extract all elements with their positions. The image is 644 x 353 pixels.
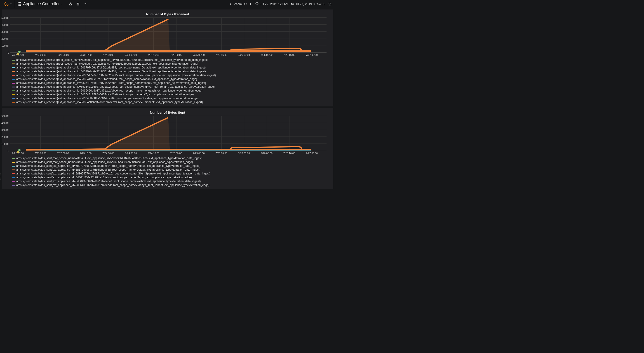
legend-item[interactable]: ams.systemstats.bytes_received{ext_appli…	[12, 96, 326, 100]
chevron-down-icon: ▼	[10, 3, 12, 5]
x-tick: 7/26 00:00	[238, 54, 250, 56]
legend-item[interactable]: ams.systemstats.bytes_received{root_scop…	[12, 58, 326, 62]
y-tick: 300 Bil	[1, 30, 9, 33]
legend: ams.systemstats.bytes_received{root_scop…	[2, 57, 333, 104]
toolbar	[66, 2, 87, 6]
legend-swatch-icon	[12, 94, 15, 95]
x-tick: 7/26 08:00	[261, 152, 272, 154]
refresh-icon[interactable]	[328, 2, 332, 6]
legend-label: ams.systemstats.bytes_sent{root_scope_na…	[16, 156, 202, 160]
legend-item[interactable]: ams.systemstats.bytes_sent{ext_appliance…	[12, 168, 326, 172]
chart-area[interactable]: 0100 Bil200 Bil300 Bil400 Bil500 Bil7/22…	[10, 116, 326, 155]
legend-label: ams.systemstats.bytes_received{ext_appli…	[16, 85, 215, 89]
x-tick: 7/24 00:00	[102, 152, 114, 154]
legend-swatch-icon	[12, 170, 15, 170]
drag-handle-icon[interactable]	[0, 174, 2, 180]
legend-label: ams.systemstats.bytes_received{root_scop…	[16, 62, 198, 66]
time-prev-icon[interactable]	[229, 2, 232, 6]
legend-item[interactable]: ams.systemstats.bytes_received{ext_appli…	[12, 74, 326, 77]
legend-label: ams.systemstats.bytes_sent{ext_appliance…	[16, 172, 210, 176]
y-tick: 100 Bil	[1, 142, 9, 145]
legend-item[interactable]: ams.systemstats.bytes_sent{ext_appliance…	[12, 164, 326, 168]
gear-icon[interactable]	[84, 2, 87, 6]
y-tick: 500 Bil	[1, 115, 9, 118]
legend-item[interactable]: ams.systemstats.bytes_sent{ext_appliance…	[12, 176, 326, 180]
legend-label: ams.systemstats.bytes_received{ext_appli…	[16, 70, 206, 74]
legend-item[interactable]: ams.systemstats.bytes_received{ext_appli…	[12, 81, 326, 85]
legend-swatch-icon	[12, 83, 15, 84]
legend-item[interactable]: ams.systemstats.bytes_received{ext_appli…	[12, 66, 326, 70]
clock-icon	[255, 2, 258, 6]
legend-swatch-icon	[12, 67, 15, 68]
dashboard-picker[interactable]: Appliance Controller ▾	[14, 0, 66, 8]
y-tick: 200 Bil	[1, 37, 9, 40]
legend-item[interactable]: ams.systemstats.bytes_sent{ext_appliance…	[12, 180, 326, 183]
chart-panel: Number of Bytes Sent0100 Bil200 Bil300 B…	[2, 108, 333, 190]
time-range-picker[interactable]: Jul 22, 2019 12:56:16 to Jul 27, 2019 00…	[255, 2, 325, 6]
y-tick: 300 Bil	[1, 129, 9, 132]
chart-area[interactable]: 0100 Bil200 Bil300 Bil400 Bil500 Bil7/22…	[10, 18, 326, 57]
legend-item[interactable]: ams.systemstats.bytes_sent{ext_appliance…	[12, 172, 326, 176]
legend-swatch-icon	[12, 102, 15, 103]
legend-swatch-icon	[12, 60, 15, 60]
legend-item[interactable]: ams.systemstats.bytes_received{ext_appli…	[12, 70, 326, 74]
x-tick: 7/25 16:00	[216, 152, 227, 154]
svg-rect-2	[20, 2, 21, 3]
panel-title[interactable]: Number of Bytes Sent	[2, 110, 333, 116]
grafana-logo-menu[interactable]: ▼	[2, 0, 14, 8]
legend-item[interactable]: ams.systemstats.bytes_received{ext_appli…	[12, 77, 326, 81]
x-tick: 7/25 00:00	[170, 54, 182, 56]
plot[interactable]	[10, 18, 326, 53]
legend-swatch-icon	[12, 177, 15, 178]
legend-swatch-icon	[12, 86, 15, 88]
chart-panel: Number of Bytes Received0100 Bil200 Bil3…	[2, 10, 333, 106]
topbar: ▼ Appliance Controller ▾ Zoom Out Jul 22…	[0, 0, 335, 8]
x-tick: 7/23 00:00	[34, 54, 46, 56]
legend-label: ams.systemstats.bytes_received{ext_appli…	[16, 66, 206, 70]
legend-swatch-icon	[12, 162, 15, 163]
y-tick: 200 Bil	[1, 136, 9, 138]
legend-label: ams.systemstats.bytes_sent{ext_appliance…	[16, 180, 201, 183]
share-icon[interactable]	[69, 2, 72, 6]
legend-item[interactable]: ams.systemstats.bytes_received{ext_appli…	[12, 93, 326, 96]
svg-rect-5	[20, 4, 21, 4]
legend-item[interactable]: ams.systemstats.bytes_sent{ext_appliance…	[12, 183, 326, 187]
legend-label: ams.systemstats.bytes_sent{ext_appliance…	[16, 176, 192, 180]
x-tick: 7/23 08:00	[57, 152, 69, 154]
y-tick: 100 Bil	[1, 44, 9, 47]
plot[interactable]	[10, 116, 326, 151]
legend-item[interactable]: ams.systemstats.bytes_received{ext_appli…	[12, 89, 326, 93]
y-tick: 400 Bil	[1, 122, 9, 124]
legend-swatch-icon	[12, 90, 15, 91]
panel-title[interactable]: Number of Bytes Received	[2, 11, 333, 18]
svg-rect-10	[77, 3, 78, 4]
x-tick: 7/26 16:00	[283, 152, 295, 154]
legend-item[interactable]: ams.systemstats.bytes_received{ext_appli…	[12, 85, 326, 89]
svg-rect-6	[18, 5, 18, 6]
legend-label: ams.systemstats.bytes_received{root_scop…	[16, 58, 208, 62]
legend-swatch-icon	[12, 98, 15, 99]
zoom-out-button[interactable]: Zoom Out	[234, 2, 247, 6]
y-axis: 0100 Bil200 Bil300 Bil400 Bil500 Bil	[2, 116, 10, 151]
time-range-label: Jul 22, 2019 12:56:16 to Jul 27, 2019 00…	[260, 2, 325, 6]
legend-label: ams.systemstats.bytes_received{ext_appli…	[16, 89, 202, 93]
svg-marker-14	[105, 19, 170, 52]
time-next-icon[interactable]	[249, 2, 252, 6]
svg-rect-4	[19, 4, 20, 4]
x-tick: 7/24 16:00	[148, 54, 159, 56]
x-tick: 7/27 00:00	[306, 152, 318, 154]
y-tick: 0	[8, 150, 9, 152]
legend-item[interactable]: ams.systemstats.bytes_received{ext_appli…	[12, 100, 326, 104]
x-tick: 7/25 08:00	[193, 152, 205, 154]
x-axis: 7/22 16:007/23 00:007/23 08:007/23 16:00…	[10, 53, 326, 57]
legend-item[interactable]: ams.systemstats.bytes_sent{root_scope_na…	[12, 156, 326, 160]
x-tick: 7/24 08:00	[125, 152, 137, 154]
save-icon[interactable]	[76, 2, 80, 6]
legend-label: ams.systemstats.bytes_received{ext_appli…	[16, 100, 203, 104]
legend-label: ams.systemstats.bytes_sent{ext_appliance…	[16, 164, 200, 168]
legend-label: ams.systemstats.bytes_received{ext_appli…	[16, 77, 197, 81]
legend-item[interactable]: ams.systemstats.bytes_sent{root_scope_na…	[12, 160, 326, 164]
dashboard-title: Appliance Controller	[23, 2, 60, 6]
legend-item[interactable]: ams.systemstats.bytes_received{root_scop…	[12, 62, 326, 66]
y-tick: 400 Bil	[1, 24, 9, 26]
